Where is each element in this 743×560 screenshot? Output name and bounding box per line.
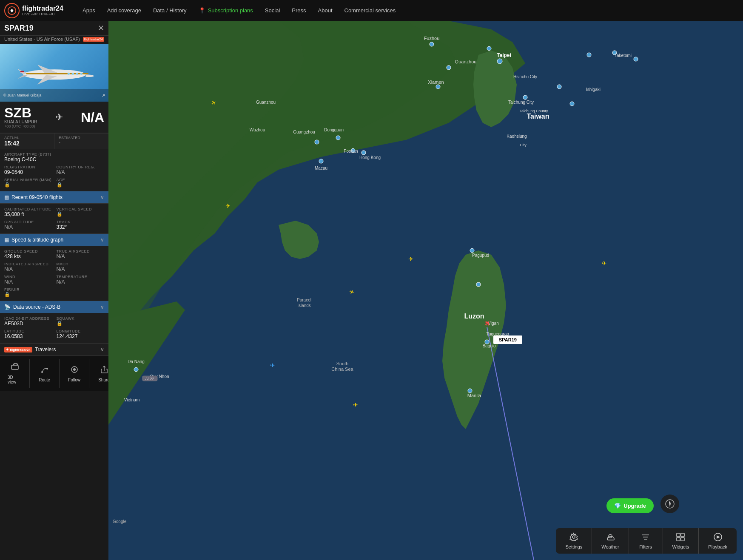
filters-icon (641, 532, 650, 543)
svg-point-35 (587, 53, 591, 57)
flight-direction-icon: ✈ (40, 112, 77, 123)
svg-text:Quanzhou: Quanzhou (455, 59, 477, 64)
airline-name: United States - US Air Force (USAF) (4, 37, 80, 42)
fir-uir-item: FIR/UIR 🔒 (4, 287, 52, 297)
playback-icon (713, 532, 723, 543)
age-label: AGE (57, 178, 105, 182)
nav-about[interactable]: About (312, 0, 339, 21)
svg-point-11 (41, 371, 43, 373)
svg-text:Guanzhou: Guanzhou (256, 100, 276, 105)
nav-add-coverage[interactable]: Add coverage (101, 0, 147, 21)
upgrade-button[interactable]: 💎 Upgrade (606, 498, 654, 513)
longitude-item: LONGITUDE 124.4327 (57, 329, 105, 339)
filters-label: Filters (639, 544, 652, 549)
recent-flights-title: ▦ Recent 09-0540 flights (4, 194, 63, 200)
travelers-header[interactable]: ✈ flightradar24 Travelers ∨ (0, 343, 108, 355)
flight-sidebar: SPAR19 ✕ United States - US Air Force (U… (0, 21, 108, 560)
travelers-logo: ✈ flightradar24 (4, 347, 32, 352)
svg-rect-3 (26, 73, 88, 74)
estimated-label: ESTIMATED (59, 136, 104, 140)
logo[interactable]: flightradar24 LIVE AIR TRAFFIC (4, 3, 72, 18)
svg-point-14 (73, 368, 76, 371)
fir-uir-lock[interactable]: 🔒 (4, 292, 52, 297)
gps-altitude-label: GPS ALTITUDE (4, 220, 52, 224)
follow-button[interactable]: Follow (60, 359, 89, 388)
speed-altitude-header[interactable]: ▦ Speed & altitude graph ∨ (0, 234, 108, 246)
svg-text:A122: A122 (145, 377, 154, 381)
nav-apps[interactable]: Apps (77, 0, 101, 21)
svg-text:✈: ✈ (270, 362, 275, 369)
widgets-icon (676, 532, 685, 543)
vertical-speed-lock[interactable]: 🔒 (57, 211, 105, 217)
svg-text:Dongguan: Dongguan (324, 128, 344, 132)
svg-text:Baguio: Baguio (482, 344, 496, 348)
msn-lock-icon[interactable]: 🔒 (4, 182, 52, 188)
registration-block: REGISTRATION 09-0540 (4, 165, 52, 175)
svg-text:Foshan: Foshan (344, 149, 358, 154)
longitude-label: LONGITUDE (57, 329, 105, 333)
registration-label: REGISTRATION (4, 165, 52, 169)
svg-point-32 (523, 95, 527, 99)
playback-button[interactable]: Playback (699, 528, 737, 554)
data-source-header[interactable]: 📡 Data source - ADS-B ∨ (0, 301, 108, 313)
external-link-icon[interactable]: ↗ (102, 93, 105, 98)
svg-text:Macau: Macau (315, 166, 327, 171)
data-source-title: 📡 Data source - ADS-B (4, 304, 60, 310)
close-button[interactable]: ✕ (98, 23, 104, 33)
nav-commercial-services[interactable]: Commercial services (339, 0, 402, 21)
svg-rect-9 (20, 72, 24, 72)
filters-button[interactable]: Filters (629, 528, 663, 554)
times-row: ACTUAL 15:42 ESTIMATED - (0, 133, 108, 149)
svg-point-4 (67, 72, 69, 74)
nav-press[interactable]: Press (286, 0, 312, 21)
ground-speed-label: GROUND SPEED (4, 249, 52, 253)
fr24-badge: flightradar24 (83, 37, 104, 42)
svg-point-18 (487, 46, 491, 51)
svg-point-5 (71, 72, 74, 74)
aircraft-section: AIRCRAFT TYPE (B737) Boeing C-40C REGIST… (0, 149, 108, 191)
3d-view-button[interactable]: 3D view (0, 359, 30, 388)
follow-label: Follow (68, 378, 80, 382)
squawk-lock[interactable]: 🔒 (57, 321, 105, 326)
aircraft-type-block: AIRCRAFT TYPE (B737) Boeing C-40C (4, 152, 104, 162)
svg-text:Taichung City: Taichung City (508, 100, 534, 105)
flight-id: SPAR19 (4, 24, 34, 33)
photo-credit: © Juan Manuel Gibaja (3, 93, 41, 97)
age-lock-icon[interactable]: 🔒 (57, 182, 105, 188)
share-button[interactable]: Share (89, 359, 108, 388)
svg-text:Wuzhou: Wuzhou (250, 128, 265, 132)
recent-flights-header[interactable]: ▦ Recent 09-0540 flights ∨ (0, 191, 108, 203)
3d-view-icon (11, 363, 19, 373)
data-source-icon: 📡 (4, 304, 11, 310)
compass-button[interactable] (660, 495, 679, 513)
latitude-label: LATITUDE (4, 329, 52, 333)
dest-info: N/A (81, 111, 104, 124)
indicated-airspeed-item: INDICATED AIRSPEED N/A (4, 262, 52, 272)
route-button[interactable]: Route (30, 359, 60, 388)
weather-button[interactable]: Weather (592, 528, 629, 554)
ground-speed-value: 428 kts (4, 253, 52, 259)
wind-label: WIND (4, 275, 52, 279)
vertical-speed-item: VERTICAL SPEED 🔒 (57, 207, 105, 217)
origin-tz: +08 (UTC +08:00) (4, 124, 37, 128)
svg-point-7 (80, 72, 82, 74)
svg-rect-92 (681, 537, 684, 541)
track-value: 332° (57, 224, 105, 230)
true-airspeed-label: TRUE AIRSPEED (57, 249, 105, 253)
nav-data-history[interactable]: Data / History (147, 0, 193, 21)
nav-subscription-plans[interactable]: 📍 Subscription plans (193, 0, 259, 21)
nav-social[interactable]: Social (259, 0, 286, 21)
widgets-button[interactable]: Widgets (663, 528, 699, 554)
map-area[interactable]: Fuzhou Quanzhou Xiamen Taipei Hsinchu Ci… (108, 21, 743, 560)
share-icon (100, 365, 108, 376)
svg-point-27 (470, 248, 474, 253)
settings-button[interactable]: Settings (556, 528, 592, 554)
route-row: SZB KUALA LUMPUR +08 (UTC +08:00) ✈ N/A (4, 106, 104, 128)
true-airspeed-item: TRUE AIRSPEED N/A (57, 249, 105, 259)
svg-text:Islands: Islands (297, 303, 311, 308)
recent-flights-chevron: ∨ (100, 194, 104, 200)
country-block: COUNTRY OF REG. N/A (57, 165, 105, 175)
settings-label: Settings (565, 544, 582, 549)
flight-airline-row: United States - US Air Force (USAF) flig… (0, 36, 108, 44)
svg-point-17 (497, 59, 502, 64)
